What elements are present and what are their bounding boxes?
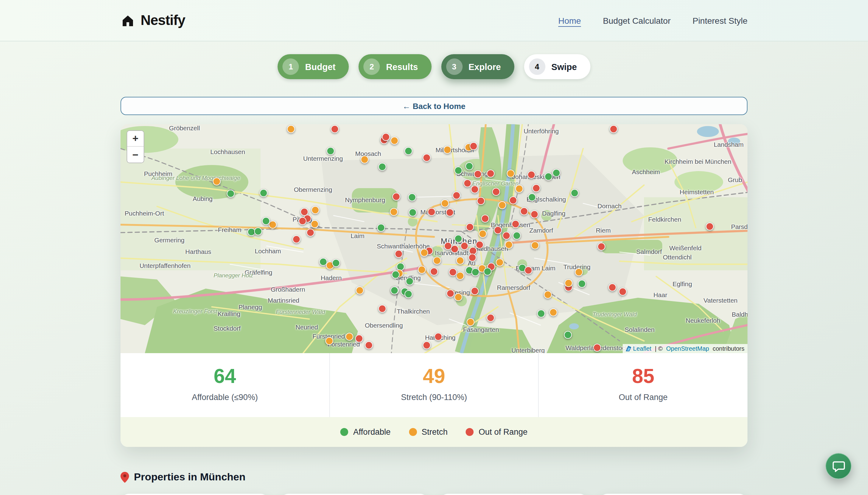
property-marker-affordable[interactable] [392, 271, 400, 278]
property-marker-out-of-range[interactable] [477, 197, 485, 205]
nav-link-budget-calculator[interactable]: Budget Calculator [603, 16, 671, 25]
property-marker-stretch[interactable] [287, 125, 295, 133]
osm-link[interactable]: OpenStreetMap [666, 345, 709, 352]
property-marker-stretch[interactable] [269, 221, 277, 229]
property-marker-out-of-range[interactable] [474, 170, 482, 178]
property-marker-out-of-range[interactable] [476, 241, 484, 249]
property-marker-out-of-range[interactable] [378, 305, 386, 313]
property-marker-affordable[interactable] [570, 189, 578, 197]
property-marker-out-of-range[interactable] [609, 125, 617, 133]
property-marker-affordable[interactable] [254, 228, 262, 236]
zoom-in-button[interactable]: + [127, 131, 144, 147]
property-marker-out-of-range[interactable] [492, 188, 500, 196]
property-marker-out-of-range[interactable] [524, 267, 532, 274]
property-card[interactable] [121, 494, 269, 495]
property-marker-affordable[interactable] [454, 235, 462, 243]
property-marker-affordable[interactable] [564, 331, 572, 339]
property-marker-out-of-range[interactable] [430, 268, 438, 275]
property-marker-affordable[interactable] [545, 173, 553, 181]
property-marker-out-of-range[interactable] [509, 197, 517, 204]
property-marker-affordable[interactable] [465, 162, 473, 170]
property-marker-stretch[interactable] [565, 279, 573, 287]
property-marker-out-of-range[interactable] [298, 217, 306, 225]
property-marker-stretch[interactable] [356, 287, 364, 295]
property-marker-affordable[interactable] [552, 169, 560, 177]
property-marker-out-of-range[interactable] [422, 341, 430, 349]
property-marker-affordable[interactable] [227, 189, 235, 197]
property-marker-out-of-range[interactable] [463, 179, 471, 187]
chat-button[interactable] [826, 453, 852, 479]
property-marker-out-of-range[interactable] [331, 125, 339, 133]
property-marker-out-of-range[interactable] [453, 192, 461, 200]
property-marker-affordable[interactable] [537, 309, 545, 317]
property-marker-out-of-range[interactable] [434, 333, 442, 341]
property-marker-out-of-range[interactable] [608, 284, 616, 291]
property-marker-stretch[interactable] [325, 337, 333, 345]
property-marker-out-of-range[interactable] [486, 313, 494, 322]
property-marker-affordable[interactable] [454, 167, 462, 175]
property-card[interactable] [280, 494, 429, 495]
property-marker-affordable[interactable] [483, 268, 491, 275]
property-marker-out-of-range[interactable] [470, 142, 478, 150]
property-marker-out-of-range[interactable] [527, 171, 535, 179]
property-marker-stretch[interactable] [390, 137, 398, 144]
property-marker-out-of-range[interactable] [293, 235, 301, 243]
property-marker-stretch[interactable] [345, 333, 353, 341]
property-marker-stretch[interactable] [420, 249, 428, 256]
property-marker-affordable[interactable] [332, 259, 340, 267]
property-marker-out-of-range[interactable] [461, 242, 469, 250]
property-marker-stretch[interactable] [549, 308, 557, 316]
property-marker-out-of-range[interactable] [593, 344, 601, 352]
leaflet-link[interactable]: Leaflet [633, 345, 651, 352]
property-marker-affordable[interactable] [327, 147, 334, 155]
property-marker-stretch[interactable] [418, 266, 426, 274]
step-explore[interactable]: 3 Explore [441, 54, 514, 79]
property-marker-out-of-range[interactable] [706, 223, 714, 231]
property-marker-out-of-range[interactable] [494, 226, 502, 234]
property-marker-stretch[interactable] [212, 178, 220, 186]
step-budget[interactable]: 1 Budget [278, 54, 349, 79]
property-marker-out-of-range[interactable] [307, 228, 314, 237]
property-marker-out-of-range[interactable] [471, 287, 479, 295]
property-marker-affordable[interactable] [528, 193, 536, 201]
step-swipe[interactable]: 4 Swipe [524, 54, 590, 79]
nav-link-pinterest-style[interactable]: Pinterest Style [692, 16, 747, 25]
property-marker-out-of-range[interactable] [468, 254, 476, 261]
property-marker-affordable[interactable] [260, 189, 267, 197]
nav-link-home[interactable]: Home [558, 16, 581, 25]
property-marker-stretch[interactable] [443, 146, 451, 153]
property-marker-affordable[interactable] [377, 224, 385, 232]
property-marker-affordable[interactable] [406, 277, 414, 285]
property-marker-affordable[interactable] [409, 208, 417, 217]
property-marker-stretch[interactable] [441, 199, 449, 207]
property-marker-out-of-range[interactable] [392, 193, 400, 201]
property-marker-affordable[interactable] [408, 193, 416, 201]
property-marker-stretch[interactable] [456, 272, 465, 280]
property-card[interactable] [439, 494, 588, 495]
property-marker-affordable[interactable] [262, 217, 270, 225]
property-marker-out-of-range[interactable] [531, 210, 538, 218]
property-marker-stretch[interactable] [390, 208, 398, 216]
property-marker-out-of-range[interactable] [482, 214, 489, 222]
property-marker-out-of-range[interactable] [395, 250, 403, 258]
property-marker-out-of-range[interactable] [447, 290, 454, 297]
property-marker-stretch[interactable] [454, 293, 462, 301]
property-marker-stretch[interactable] [479, 229, 487, 237]
map[interactable]: GröbenzellLochhausenPuchheimPuchheim-Ort… [121, 124, 747, 353]
property-marker-affordable[interactable] [390, 287, 398, 295]
property-marker-out-of-range[interactable] [365, 341, 373, 349]
property-marker-affordable[interactable] [578, 279, 586, 287]
property-marker-stretch[interactable] [575, 269, 583, 276]
property-marker-stretch[interactable] [466, 318, 474, 326]
property-marker-affordable[interactable] [404, 290, 412, 298]
property-marker-stretch[interactable] [505, 241, 513, 249]
property-card[interactable] [599, 494, 747, 495]
property-marker-out-of-range[interactable] [503, 232, 511, 240]
property-marker-out-of-range[interactable] [382, 133, 389, 141]
property-marker-out-of-range[interactable] [597, 243, 605, 251]
step-results[interactable]: 2 Results [359, 54, 431, 79]
back-to-home-button[interactable]: ← Back to Home [121, 97, 747, 115]
property-marker-out-of-range[interactable] [422, 153, 430, 161]
property-marker-out-of-range[interactable] [520, 207, 528, 215]
brand[interactable]: Nestify [121, 12, 185, 29]
